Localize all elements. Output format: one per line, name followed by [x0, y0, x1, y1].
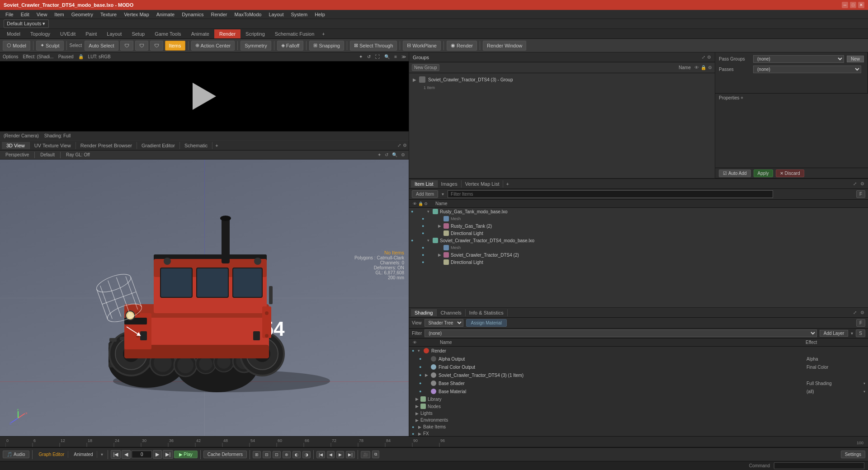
maximize-button[interactable]: □	[850, 2, 856, 8]
default-btn[interactable]: Default	[38, 152, 57, 158]
next-frame-button[interactable]: ▶	[153, 450, 162, 459]
tab-shading[interactable]: Shading	[411, 309, 437, 316]
sp-group-fx[interactable]: ● ▶ FX	[409, 430, 868, 436]
tab-item-list[interactable]: Item List	[411, 180, 438, 188]
menu-file[interactable]: File	[2, 11, 17, 18]
tab-model[interactable]: Model	[2, 29, 25, 38]
sp-expand-soviet[interactable]: ▶	[425, 373, 429, 377]
sp-group-library[interactable]: ▶ Library	[409, 395, 868, 403]
il-tab-add[interactable]: +	[503, 180, 511, 188]
tab-paint[interactable]: Paint	[80, 29, 102, 38]
sp-env-expand[interactable]: ▶	[415, 418, 419, 423]
menu-vertex-map[interactable]: Vertex Map	[120, 11, 153, 18]
bb-icon-4[interactable]: ⊗	[283, 451, 291, 458]
symmetry-button[interactable]: Symmetry	[241, 41, 271, 51]
lut-item[interactable]: LUT: sRGB	[88, 54, 111, 59]
sp-row-base-shader[interactable]: ● Base Shader Full Shading ▾	[409, 379, 868, 387]
tab-game-tools[interactable]: Game Tools	[150, 29, 186, 38]
eye-vis-4[interactable]: ●	[422, 231, 426, 235]
sp-row-base-material[interactable]: ● Base Material (all) ▾	[409, 387, 868, 395]
sp-lights-expand[interactable]: ▶	[415, 411, 419, 416]
go-start-button[interactable]: |◀	[111, 450, 121, 459]
expand-3[interactable]: ▶	[438, 224, 443, 228]
tab-gradient-editor[interactable]: Gradient Editor	[137, 142, 180, 149]
shader-tree-select[interactable]: Shader Tree	[425, 319, 463, 327]
expand-5[interactable]: ▾	[427, 238, 432, 243]
sp-vis-base-shader[interactable]: ●	[419, 381, 424, 385]
sp-base-mat-dropdown[interactable]: ▾	[863, 390, 865, 394]
menu-system[interactable]: System	[287, 11, 311, 18]
tab-setup[interactable]: Setup	[127, 29, 150, 38]
bb-icon-2[interactable]: ⊟	[263, 451, 271, 458]
auto-select-button[interactable]: Auto Select	[85, 41, 118, 51]
3d-viewport[interactable]: 54	[0, 160, 409, 436]
tab-uvedit[interactable]: UVEdit	[55, 29, 80, 38]
render-window-button[interactable]: Render Window	[483, 41, 526, 51]
il-row-rusty-group[interactable]: ● ▶ Rusty_Gas_Tank (2)	[409, 222, 868, 230]
groups-expand-icon[interactable]: ⤢	[702, 55, 705, 60]
close-button[interactable]: ✕	[858, 2, 864, 8]
model-button[interactable]: ⬡ Model	[3, 41, 30, 51]
filter-select[interactable]: (none)	[425, 329, 817, 337]
il-f-btn[interactable]: F	[856, 190, 865, 198]
vt-icon-2[interactable]: ↺	[385, 152, 388, 157]
tab-channels[interactable]: Channels	[437, 309, 465, 316]
bb-icon-7[interactable]: |◀	[316, 451, 325, 458]
add-item-button[interactable]: Add Item	[412, 190, 438, 198]
tab-layout[interactable]: Layout	[102, 29, 127, 38]
eye-vis-2[interactable]: ●	[422, 216, 426, 221]
bb-icon-11[interactable]: 🎥	[361, 451, 370, 458]
auto-add-button[interactable]: ☑ Auto Add	[719, 169, 751, 177]
layout-selector[interactable]: Default Layouts ▾	[4, 19, 49, 28]
shield3-icon-btn[interactable]: 🛡	[150, 41, 163, 51]
add-layer-button[interactable]: Add Layer	[820, 330, 849, 337]
eye-vis-1[interactable]: ●	[411, 209, 415, 214]
discard-button[interactable]: ✕ Discard	[776, 169, 804, 177]
eye-vis-8[interactable]: ●	[422, 260, 426, 264]
render-preview[interactable]	[0, 61, 409, 131]
settings-button[interactable]: Settings	[841, 451, 865, 458]
shield-icon-btn[interactable]: 🛡	[120, 41, 133, 51]
passes-select[interactable]: (none)	[753, 66, 861, 73]
sp-vis-soviet[interactable]: ●	[419, 373, 424, 377]
expand-1[interactable]: ▾	[427, 209, 432, 214]
paused-item[interactable]: Paused	[58, 54, 74, 59]
sp-vis-render[interactable]: ●	[412, 348, 416, 353]
animated-dropdown[interactable]: ▾	[99, 451, 105, 458]
snapping-button[interactable]: ⊞ Snapping	[309, 41, 344, 51]
filter-items-input[interactable]	[448, 190, 773, 198]
tab-3d-view[interactable]: 3D View	[2, 142, 30, 149]
vt-icon-3[interactable]: 🔍	[392, 152, 397, 157]
bb-icon-1[interactable]: ⊞	[253, 451, 261, 458]
sp-base-shader-dropdown[interactable]: ▾	[863, 381, 865, 385]
falloff-button[interactable]: ◈ Falloff	[277, 41, 304, 51]
il-row-light-1[interactable]: ● Directional Light	[409, 230, 868, 237]
options-item[interactable]: Options	[3, 54, 18, 59]
menu-view[interactable]: View	[33, 11, 51, 18]
menu-render[interactable]: Render	[207, 11, 231, 18]
mode-tabs-add[interactable]: +	[319, 30, 327, 38]
sp-expand-icon[interactable]: ⤢	[851, 309, 859, 316]
frame-number-input[interactable]: 0	[132, 451, 152, 458]
tab-schematic-fusion[interactable]: Schematic Fusion	[270, 29, 319, 38]
bb-icon-8[interactable]: ◀	[327, 451, 335, 458]
window-controls[interactable]: ─ □ ✕	[842, 2, 864, 8]
bb-icon-10[interactable]: ▶|	[346, 451, 354, 458]
new-group-button[interactable]: New Group	[412, 64, 439, 71]
sp-expand-render[interactable]: ▾	[418, 348, 422, 353]
sp-vis-final[interactable]: ●	[419, 365, 424, 369]
bb-icon-6[interactable]: ◑	[302, 451, 311, 458]
sculpt-button[interactable]: ✦ Sculpt	[36, 41, 64, 51]
menu-help[interactable]: Help	[311, 11, 329, 18]
tab-images[interactable]: Images	[438, 180, 462, 188]
select-through-button[interactable]: ⊠ Select Through	[350, 41, 397, 51]
perspective-btn[interactable]: Perspective	[4, 152, 31, 158]
il-row-soviet-group[interactable]: ● ▶ Soviet_Crawler_Tractor_DTS4 (2)	[409, 251, 868, 258]
ray-gl-btn[interactable]: Ray GL: Off	[64, 152, 92, 158]
bb-icon-12[interactable]: ⧉	[372, 451, 379, 458]
timeline-track[interactable]: 0 6 12 18 24 30 36 42 48	[5, 437, 868, 446]
assign-material-button[interactable]: Assign Material	[466, 319, 507, 327]
effect-item[interactable]: Effect: (Shadi...	[23, 54, 53, 59]
sp-fx-expand[interactable]: ▶	[418, 432, 421, 436]
sp-row-soviet-shader[interactable]: ● ▶ Soviet_Crawler_Tractor_DTS4 (3) (1 I…	[409, 371, 868, 379]
